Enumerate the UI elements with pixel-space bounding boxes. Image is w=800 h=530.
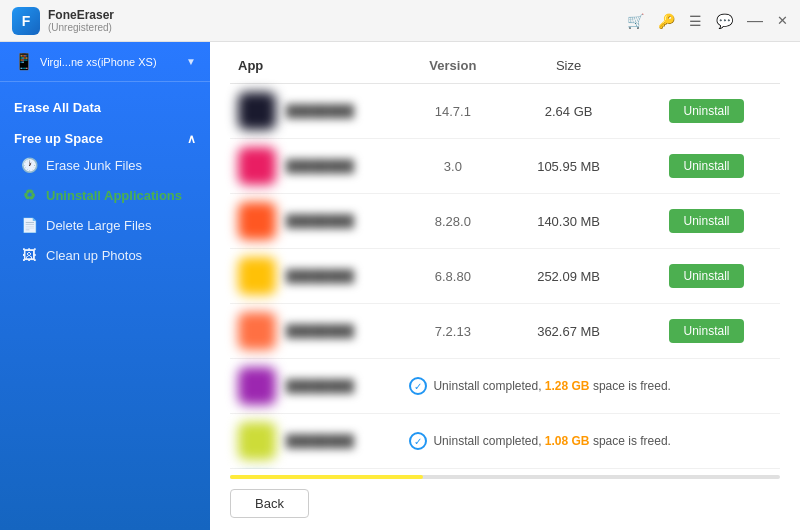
app-name: FoneEraser [48, 8, 114, 22]
title-bar: F FoneEraser (Unregistered) 🛒 🔑 ☰ 💬 — ✕ [0, 0, 800, 42]
progress-row [210, 469, 800, 479]
erase-all-data-label[interactable]: Erase All Data [0, 92, 210, 123]
cell-completed: ✓Uninstall completed, 1.08 GB space is f… [401, 414, 780, 469]
sidebar-item-erase-junk-label: Erase Junk Files [46, 158, 142, 173]
table-row: ████████6.8.80252.09 MBUninstall [230, 249, 780, 304]
cell-action: Uninstall [633, 139, 780, 194]
table-row: ████████✓Uninstall completed, 1.28 GB sp… [230, 359, 780, 414]
col-header-size: Size [504, 52, 633, 84]
minimize-button[interactable]: — [747, 12, 763, 30]
clock-icon: 🕐 [20, 157, 38, 173]
cell-size: 362.67 MB [504, 304, 633, 359]
app-title-block: FoneEraser (Unregistered) [48, 8, 114, 33]
cell-action: Uninstall [633, 84, 780, 139]
cell-action: Uninstall [633, 304, 780, 359]
device-selector[interactable]: 📱 Virgi...ne xs(iPhone XS) ▼ [0, 42, 210, 82]
chevron-down-icon: ▼ [186, 56, 196, 67]
phone-icon: 📱 [14, 52, 34, 71]
sidebar-nav: Erase All Data Free up Space ∧ 🕐 Erase J… [0, 82, 210, 280]
uninstall-button[interactable]: Uninstall [669, 209, 743, 233]
uninstall-button[interactable]: Uninstall [669, 99, 743, 123]
key-icon[interactable]: 🔑 [658, 13, 675, 29]
cell-size: 2.64 GB [504, 84, 633, 139]
table-row: ████████✓Uninstall completed, 1.08 GB sp… [230, 414, 780, 469]
sidebar-item-clean-photos-label: Clean up Photos [46, 248, 142, 263]
col-header-version: Version [401, 52, 504, 84]
cell-size: 252.09 MB [504, 249, 633, 304]
completed-text: Uninstall completed, 1.08 GB space is fr… [433, 434, 670, 448]
cell-version: 8.28.0 [401, 194, 504, 249]
table-row: ████████8.28.0140.30 MBUninstall [230, 194, 780, 249]
device-name: Virgi...ne xs(iPhone XS) [40, 56, 157, 68]
device-selector-left: 📱 Virgi...ne xs(iPhone XS) [14, 52, 157, 71]
app-branding: F FoneEraser (Unregistered) [12, 7, 114, 35]
cell-version: 7.2.13 [401, 304, 504, 359]
uninstall-button[interactable]: Uninstall [669, 319, 743, 343]
collapse-icon[interactable]: ∧ [187, 132, 196, 146]
cell-action: Uninstall [633, 249, 780, 304]
free-up-space-label: Free up Space [14, 131, 103, 146]
cart-icon[interactable]: 🛒 [627, 13, 644, 29]
table-row: ████████3.0105.95 MBUninstall [230, 139, 780, 194]
col-header-action [633, 52, 780, 84]
uninstall-button[interactable]: Uninstall [669, 264, 743, 288]
chat-icon[interactable]: 💬 [716, 13, 733, 29]
sidebar-item-uninstall-apps[interactable]: ♻ Uninstall Applications [0, 180, 210, 210]
app-table-container: App Version Size ████████14.7.12.64 GBUn… [210, 42, 800, 469]
col-header-app: App [230, 52, 401, 84]
sidebar-item-uninstall-label: Uninstall Applications [46, 188, 182, 203]
cell-version: 14.7.1 [401, 84, 504, 139]
menu-icon[interactable]: ☰ [689, 13, 702, 29]
footer: Back [210, 479, 800, 530]
cell-size: 105.95 MB [504, 139, 633, 194]
sidebar-item-clean-photos[interactable]: 🖼 Clean up Photos [0, 240, 210, 270]
table-row: ████████14.7.12.64 GBUninstall [230, 84, 780, 139]
completed-text: Uninstall completed, 1.28 GB space is fr… [433, 379, 670, 393]
uninstall-button[interactable]: Uninstall [669, 154, 743, 178]
main-layout: 📱 Virgi...ne xs(iPhone XS) ▼ Erase All D… [0, 42, 800, 530]
table-header-row: App Version Size [230, 52, 780, 84]
cell-size: 140.30 MB [504, 194, 633, 249]
recycle-icon: ♻ [20, 187, 38, 203]
sidebar-item-erase-junk[interactable]: 🕐 Erase Junk Files [0, 150, 210, 180]
app-table: App Version Size ████████14.7.12.64 GBUn… [230, 52, 780, 469]
window-controls: 🛒 🔑 ☰ 💬 — ✕ [627, 12, 788, 30]
close-button[interactable]: ✕ [777, 13, 788, 28]
app-logo: F [12, 7, 40, 35]
sidebar: 📱 Virgi...ne xs(iPhone XS) ▼ Erase All D… [0, 42, 210, 530]
check-icon: ✓ [409, 432, 427, 450]
cell-completed: ✓Uninstall completed, 1.28 GB space is f… [401, 359, 780, 414]
cell-action: Uninstall [633, 194, 780, 249]
check-icon: ✓ [409, 377, 427, 395]
photo-icon: 🖼 [20, 247, 38, 263]
cell-version: 3.0 [401, 139, 504, 194]
free-up-space-section: Free up Space ∧ [0, 123, 210, 150]
sidebar-item-delete-large[interactable]: 📄 Delete Large Files [0, 210, 210, 240]
sidebar-item-delete-large-label: Delete Large Files [46, 218, 152, 233]
content-area: App Version Size ████████14.7.12.64 GBUn… [210, 42, 800, 530]
table-row: ████████7.2.13362.67 MBUninstall [230, 304, 780, 359]
app-subtitle: (Unregistered) [48, 22, 114, 33]
file-icon: 📄 [20, 217, 38, 233]
back-button[interactable]: Back [230, 489, 309, 518]
cell-version: 6.8.80 [401, 249, 504, 304]
